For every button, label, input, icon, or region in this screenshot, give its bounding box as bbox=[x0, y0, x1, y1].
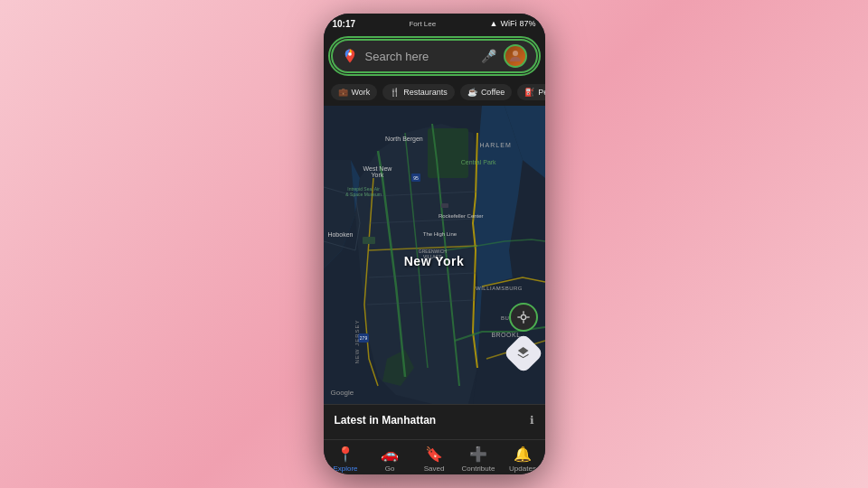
svg-rect-10 bbox=[441, 203, 448, 208]
restaurants-icon: 🍴 bbox=[390, 88, 400, 97]
svg-point-1 bbox=[513, 51, 518, 56]
petrol-icon: ⛽ bbox=[524, 88, 534, 97]
high-line-label: The High Line bbox=[423, 231, 457, 237]
work-icon: 💼 bbox=[338, 88, 348, 97]
search-placeholder: Search here bbox=[365, 50, 474, 63]
new-jersey-label: NEW JERSEY bbox=[354, 319, 359, 363]
category-coffee[interactable]: ☕ Coffee bbox=[460, 84, 512, 100]
user-avatar[interactable] bbox=[504, 44, 527, 68]
nav-explore-label: Explore bbox=[333, 465, 357, 473]
svg-text:95: 95 bbox=[413, 175, 419, 181]
nav-contribute[interactable]: ➕ Contribute bbox=[457, 446, 501, 473]
category-petrol-label: Petrol bbox=[538, 88, 544, 97]
layers-icon bbox=[517, 346, 530, 361]
nav-explore[interactable]: 📍 Explore bbox=[324, 446, 368, 473]
central-park-label: Central Park bbox=[461, 159, 496, 165]
nav-saved[interactable]: 🔖 Saved bbox=[412, 446, 457, 473]
nav-go-label: Go bbox=[385, 465, 395, 473]
nav-updates[interactable]: 🔔 Updates bbox=[501, 446, 545, 473]
category-work-label: Work bbox=[352, 88, 371, 97]
bottom-sheet-header: Latest in Manhattan ℹ bbox=[335, 414, 534, 427]
svg-rect-9 bbox=[363, 237, 375, 244]
category-coffee-label: Coffee bbox=[481, 88, 505, 97]
category-petrol[interactable]: ⛽ Petrol bbox=[517, 84, 544, 100]
nav-go[interactable]: 🚗 Go bbox=[368, 446, 412, 473]
search-bar-container: Search here 🎤 bbox=[324, 33, 545, 79]
hoboken-label: Hoboken bbox=[327, 231, 353, 238]
wifi-icon: WiFi bbox=[500, 19, 516, 28]
category-bar: 💼 Work 🍴 Restaurants ☕ Coffee ⛽ Petrol bbox=[324, 79, 545, 106]
west-new-york-label: West NewYork bbox=[363, 165, 392, 178]
info-icon[interactable]: ℹ bbox=[530, 414, 534, 427]
location-button[interactable] bbox=[509, 303, 538, 332]
mic-icon[interactable]: 🎤 bbox=[481, 49, 496, 63]
new-york-label: New York bbox=[404, 254, 465, 268]
harlem-label: HARLEM bbox=[480, 142, 512, 148]
status-bar: 10:17 Fort Lee ▲ WiFi 87% bbox=[324, 14, 545, 33]
map-area[interactable]: 279 95 HARLEM North Bergen West NewYork … bbox=[324, 106, 545, 404]
phone-frame: 10:17 Fort Lee ▲ WiFi 87% Search here 🎤 bbox=[324, 14, 545, 474]
status-icons: ▲ WiFi 87% bbox=[490, 19, 536, 28]
rockefeller-label: Rockefeller Center bbox=[439, 213, 484, 219]
nav-contribute-label: Contribute bbox=[462, 465, 495, 473]
svg-point-0 bbox=[348, 52, 352, 56]
explore-icon: 📍 bbox=[336, 446, 354, 463]
bottom-nav: 📍 Explore 🚗 Go 🔖 Saved ➕ Contribute 🔔 Up… bbox=[324, 439, 545, 474]
battery-icon: 87% bbox=[519, 19, 535, 28]
nav-saved-label: Saved bbox=[424, 465, 445, 473]
svg-point-11 bbox=[521, 314, 525, 319]
go-icon: 🚗 bbox=[381, 446, 399, 463]
north-bergen-label: North Bergen bbox=[385, 136, 423, 142]
bottom-sheet-title: Latest in Manhattan bbox=[335, 414, 437, 427]
google-watermark: Google bbox=[331, 389, 354, 397]
search-bar[interactable]: Search here 🎤 bbox=[331, 39, 538, 73]
category-work[interactable]: 💼 Work bbox=[331, 84, 378, 100]
nav-updates-label: Updates bbox=[509, 465, 536, 473]
google-maps-logo-icon bbox=[342, 48, 358, 64]
coffee-icon: ☕ bbox=[467, 88, 477, 97]
signal-icon: ▲ bbox=[490, 19, 498, 28]
status-time: 10:17 bbox=[333, 19, 356, 29]
category-restaurants-label: Restaurants bbox=[403, 88, 448, 97]
category-restaurants[interactable]: 🍴 Restaurants bbox=[382, 84, 455, 100]
saved-icon: 🔖 bbox=[425, 446, 443, 463]
intrepid-label: Intrepid Sea, Air& Space Museum bbox=[341, 186, 386, 197]
updates-icon: 🔔 bbox=[514, 446, 532, 463]
bottom-sheet: Latest in Manhattan ℹ bbox=[324, 404, 545, 439]
contribute-icon: ➕ bbox=[469, 446, 487, 463]
status-location: Fort Lee bbox=[409, 20, 436, 28]
svg-text:279: 279 bbox=[359, 335, 367, 341]
williamsburg-label: WILLIAMSBURG bbox=[476, 286, 523, 291]
crosshair-icon bbox=[516, 310, 531, 324]
